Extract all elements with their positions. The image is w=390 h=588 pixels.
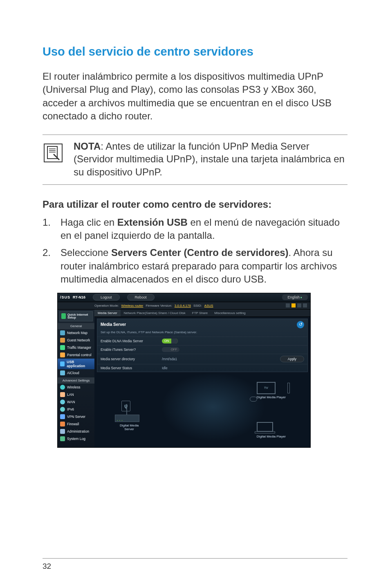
row-directory: Media server directory /mnt/sda1 Apply [97, 354, 307, 364]
sidebar-item-lan[interactable]: LAN [58, 391, 94, 398]
panel-title: Media Server [101, 322, 126, 327]
sidebar-item-label: Traffic Manager [67, 346, 91, 350]
wifi-icon [60, 385, 65, 390]
tab-bar: Media Server Network Place(Samba) Share … [94, 310, 310, 317]
sidebar-item-ipv6[interactable]: IPv6 [58, 406, 94, 413]
sidebar-group-general: General [58, 323, 94, 329]
sidebar-item-administration[interactable]: Administration [58, 428, 94, 435]
sidebar-item-traffic-manager[interactable]: Traffic Manager [58, 344, 94, 351]
note-block: NOTA: Antes de utilizar la función UPnP … [43, 135, 347, 185]
sidebar-item-label: VPN Server [67, 415, 85, 419]
row-dlna-label: Enable DLNA Media Server [101, 339, 162, 343]
quick-internet-setup[interactable]: Quick Internet Setup [59, 311, 93, 322]
tv-icon: TV Digital Media Player [257, 382, 286, 399]
reboot-button[interactable]: Reboot [127, 294, 155, 301]
brand-logo: /SUS [60, 295, 70, 299]
info-bar: Operation Mode: Wireless router Firmware… [58, 302, 310, 310]
sidebar: Quick Internet Setup General Network Map… [58, 310, 94, 447]
footer-rule [43, 558, 347, 559]
sidebar-item-label: Wireless [67, 385, 81, 389]
toggle-on-label: ON [162, 339, 171, 343]
sidebar-item-label: Firewall [67, 422, 79, 426]
sidebar-item-label: USB application [67, 360, 92, 368]
sidebar-item-label: LAN [67, 393, 74, 397]
sidebar-group-advanced: Advanced Settings [58, 377, 94, 384]
sidebar-item-network-map[interactable]: Network Map [58, 329, 94, 337]
network-map-icon [60, 330, 65, 335]
sidebar-item-label: Network Map [67, 331, 87, 335]
status-icon [303, 303, 307, 307]
traffic-icon [60, 345, 65, 350]
sidebar-item-label: IPv6 [67, 407, 74, 411]
sidebar-item-label: AiCloud [67, 371, 79, 375]
row-status: Media Server Status Idle [97, 364, 307, 372]
op-mode-label: Operation Mode: [94, 304, 119, 307]
step-1-pre: Haga clic en [61, 217, 117, 228]
wand-icon [61, 313, 66, 319]
sidebar-item-label: System Log [67, 437, 85, 441]
row-itunes-label: Enable iTunes Server? [101, 348, 162, 352]
note-icon [43, 140, 65, 179]
status-icon [297, 303, 301, 307]
sidebar-item-guest-network[interactable]: Guest Network [58, 337, 94, 344]
row-status-value: Idle [162, 366, 168, 370]
step-2: Seleccione Servers Center (Centro de ser… [43, 246, 347, 286]
dlna-toggle[interactable]: ON [162, 339, 178, 343]
media-server-panel: Media Server ↺ Set up the DLNA, iTunes, … [97, 319, 308, 372]
sidebar-item-aicloud[interactable]: AiCloud [58, 369, 94, 377]
sidebar-item-vpn-server[interactable]: VPN Server [58, 413, 94, 420]
note-body: : Antes de utilizar la función UPnP Medi… [74, 141, 345, 177]
sidebar-item-parental-control[interactable]: Parental control [58, 351, 94, 359]
tab-misc[interactable]: Miscellaneous setting [211, 310, 249, 316]
sidebar-item-system-log[interactable]: System Log [58, 435, 94, 442]
firewall-icon [60, 422, 65, 426]
note-text: NOTA: Antes de utilizar la función UPnP … [74, 140, 347, 179]
page-title: Uso del servicio de centro servidores [43, 45, 347, 58]
player-label-2: Digital Media Player [257, 435, 286, 438]
row-status-label: Media Server Status [101, 366, 162, 370]
sidebar-item-firewall[interactable]: Firewall [58, 420, 94, 428]
ipv6-icon [60, 407, 65, 412]
model-label: RT-N16 [73, 295, 85, 299]
page-number: 32 [43, 562, 51, 571]
logout-button[interactable]: Logout [93, 294, 120, 301]
player-label-1: Digital Media Player [257, 395, 286, 399]
step-1-bold: Extensión USB [117, 217, 188, 228]
sidebar-item-label: Parental control [67, 353, 92, 357]
step-2-pre: Seleccione [61, 247, 111, 258]
log-icon [60, 436, 65, 441]
steps-heading: Para utilizar el router como centro de s… [43, 199, 347, 210]
step-2-bold: Servers Center (Centro de servidores) [111, 247, 289, 258]
guest-icon [60, 338, 65, 343]
quick-internet-label: Quick Internet Setup [67, 313, 91, 320]
ssid-value[interactable]: ASUS [204, 304, 213, 307]
tv-screen: TV [257, 382, 276, 394]
tab-samba[interactable]: Network Place(Samba) Share / Cloud Disk [121, 310, 189, 316]
sidebar-item-wan[interactable]: WAN [58, 398, 94, 406]
antenna-icon [126, 404, 127, 415]
tab-ftp[interactable]: FTP Share [189, 310, 211, 316]
status-icon [286, 303, 290, 307]
itunes-toggle[interactable]: OFF [162, 347, 179, 352]
row-dir-value: /mnt/sda1 [162, 357, 177, 361]
sidebar-item-wireless[interactable]: Wireless [58, 384, 94, 391]
fw-value[interactable]: 3.0.0.4.178 [175, 304, 191, 307]
row-itunes: Enable iTunes Server? OFF [97, 345, 307, 354]
console-icon [250, 397, 257, 402]
vpn-icon [60, 414, 65, 419]
media-diagram: ψ Digital Media Server TV Digital Media … [94, 374, 310, 447]
steps-list: Haga clic en Extensión USB en el menú de… [43, 216, 347, 286]
row-dir-label: Media server directory [101, 357, 162, 361]
refresh-button[interactable]: ↺ [297, 321, 304, 328]
router-screenshot: /SUS RT-N16 Logout Reboot English Operat… [57, 293, 311, 448]
apply-button[interactable]: Apply [280, 356, 304, 362]
row-dlna: Enable DLNA Media Server ON [97, 337, 307, 345]
intro-paragraph: El router inalámbrico permite a los disp… [43, 70, 347, 123]
admin-icon [60, 429, 65, 434]
sidebar-item-usb-application[interactable]: USB application [58, 359, 94, 369]
toggle-knob [171, 339, 178, 343]
sidebar-item-label: WAN [67, 400, 75, 404]
tab-media-server[interactable]: Media Server [94, 310, 121, 316]
language-select[interactable]: English [282, 294, 308, 300]
op-mode-value[interactable]: Wireless router [121, 304, 143, 307]
